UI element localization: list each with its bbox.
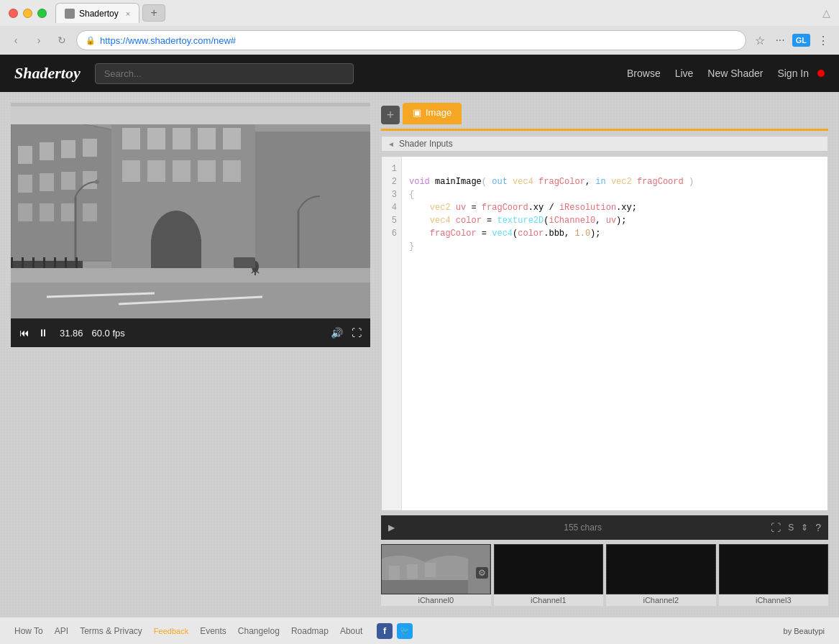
browser-tabs: Shadertoy × + [55, 3, 822, 23]
preview-controls: ⏮ ⏸ 31.86 60.0 fps 🔊 ⛶ [11, 318, 370, 347]
svg-rect-19 [198, 128, 216, 150]
close-button[interactable] [9, 9, 18, 18]
footer-api[interactable]: API [55, 626, 68, 636]
svg-rect-7 [40, 173, 54, 191]
channels-row: ⚙ iChannel0 iChannel1 iChannel2 iChannel… [381, 544, 828, 606]
window-controls [9, 9, 47, 18]
browser-toolbar: ‹ › ↻ 🔒 https://www.shadertoy.com/new# ☆… [0, 26, 839, 55]
run-button[interactable]: ▶ [388, 523, 395, 533]
back-button[interactable]: ‹ [7, 32, 24, 49]
notification-icon: △ [822, 7, 830, 19]
svg-rect-16 [122, 128, 140, 150]
tab-title: Shadertoy [79, 9, 119, 19]
address-bar[interactable]: 🔒 https://www.shadertoy.com/new# [76, 30, 746, 50]
refresh-button[interactable]: ↻ [53, 32, 70, 49]
minimize-button[interactable] [23, 9, 32, 18]
site-nav: Browse Live New Shader Sign In [627, 68, 825, 79]
channel-3: iChannel3 [719, 544, 829, 606]
nav-browse[interactable]: Browse [627, 68, 661, 79]
channel-3-label: iChannel3 [719, 594, 829, 606]
svg-rect-13 [83, 203, 97, 221]
channel-0-thumb[interactable] [381, 544, 491, 594]
svg-rect-23 [173, 160, 191, 182]
browser-titlebar: Shadertoy × + △ [0, 0, 839, 26]
extensions-button[interactable]: ··· [772, 32, 787, 48]
tab-close-icon[interactable]: × [126, 9, 130, 18]
site-logo: Shadertoy [14, 64, 81, 83]
maximize-button[interactable] [37, 9, 47, 18]
svg-rect-48 [407, 564, 418, 579]
tab-underline [381, 129, 828, 131]
footer-terms[interactable]: Terms & Privacy [80, 626, 142, 636]
svg-rect-5 [83, 139, 97, 157]
nav-sign-in[interactable]: Sign In [777, 68, 809, 79]
rewind-button[interactable]: ⏮ [19, 327, 29, 339]
svg-rect-38 [75, 257, 78, 268]
svg-rect-37 [65, 257, 67, 268]
site-header: Shadertoy Browse Live New Shader Sign In [0, 55, 839, 92]
channel-1-thumb[interactable] [494, 544, 604, 594]
svg-rect-49 [425, 563, 436, 577]
nav-new-shader[interactable]: New Shader [707, 68, 763, 79]
channel-2-thumb[interactable] [606, 544, 716, 594]
svg-rect-18 [173, 128, 191, 150]
channel-3-thumb[interactable] [719, 544, 829, 594]
channel-0: ⚙ iChannel0 [381, 544, 491, 606]
address-text: https://www.shadertoy.com/new# [100, 35, 737, 46]
svg-rect-9 [83, 171, 97, 189]
svg-rect-8 [61, 172, 75, 190]
svg-rect-32 [11, 257, 13, 268]
help-button[interactable]: ? [815, 522, 821, 533]
tab-icon: ▣ [413, 107, 421, 118]
tab-label: Image [426, 107, 451, 118]
shader-size-arrows[interactable]: ⇕ [801, 523, 808, 533]
collapse-arrow[interactable]: ◄ [388, 140, 395, 148]
editor-panel: + ▣ Image ◄ Shader Inputs 1 2 3 4 5 6 [381, 103, 828, 606]
svg-rect-12 [61, 203, 75, 221]
menu-button[interactable]: ⋮ [815, 32, 832, 49]
nav-live[interactable]: Live [675, 68, 694, 79]
footer-about[interactable]: About [340, 626, 362, 636]
facebook-icon[interactable]: f [377, 623, 393, 639]
footer-changelog[interactable]: Changelog [238, 626, 280, 636]
pause-button[interactable]: ⏸ [38, 327, 48, 339]
star-icon[interactable]: ☆ [752, 32, 768, 49]
volume-icon[interactable]: 🔊 [331, 327, 343, 339]
footer-feedback[interactable]: Feedback [154, 627, 188, 635]
channel-2: iChannel2 [606, 544, 716, 606]
image-tab[interactable]: ▣ Image [403, 103, 462, 124]
gl-extension[interactable]: GL [792, 34, 810, 47]
forward-button[interactable]: › [30, 32, 47, 49]
code-content[interactable]: void mainImage( out vec4 fragColor, in v… [402, 157, 827, 510]
svg-rect-34 [32, 257, 35, 268]
search-input[interactable] [95, 63, 354, 84]
add-tab-button[interactable]: + [381, 106, 400, 124]
channel-0-gear[interactable]: ⚙ [476, 567, 488, 579]
preview-fullscreen-icon[interactable]: ⛶ [352, 327, 362, 339]
footer-social: f 🐦 [377, 623, 413, 639]
footer-roadmap[interactable]: Roadmap [291, 626, 329, 636]
editor-tabs-row: + ▣ Image [381, 103, 828, 124]
svg-rect-2 [18, 146, 32, 164]
svg-point-29 [95, 180, 99, 184]
tab-favicon [65, 9, 75, 19]
fullscreen-editor-icon[interactable]: ⛶ [771, 522, 781, 533]
shader-inputs-bar: ◄ Shader Inputs [381, 136, 828, 152]
footer-events[interactable]: Events [200, 626, 226, 636]
svg-rect-35 [43, 257, 45, 268]
code-editor[interactable]: 1 2 3 4 5 6 void mainImage( out vec4 fra… [381, 156, 828, 511]
svg-rect-33 [22, 257, 24, 268]
footer-howto[interactable]: How To [14, 626, 43, 636]
char-count: 155 chars [402, 523, 764, 533]
active-tab[interactable]: Shadertoy × [55, 3, 139, 23]
site-content: ⏮ ⏸ 31.86 60.0 fps 🔊 ⛶ + ▣ Image ◄ Shade… [0, 92, 839, 617]
svg-rect-17 [147, 128, 165, 150]
line-numbers: 1 2 3 4 5 6 [382, 157, 402, 510]
preview-canvas[interactable] [11, 103, 370, 318]
svg-rect-6 [18, 175, 32, 193]
twitter-icon[interactable]: 🐦 [397, 623, 413, 639]
new-tab-button[interactable]: + [142, 4, 165, 22]
lock-icon: 🔒 [86, 36, 96, 45]
browser-chrome: Shadertoy × + △ ‹ › ↻ 🔒 https://www.shad… [0, 0, 839, 55]
channel-0-label: iChannel0 [381, 594, 491, 606]
